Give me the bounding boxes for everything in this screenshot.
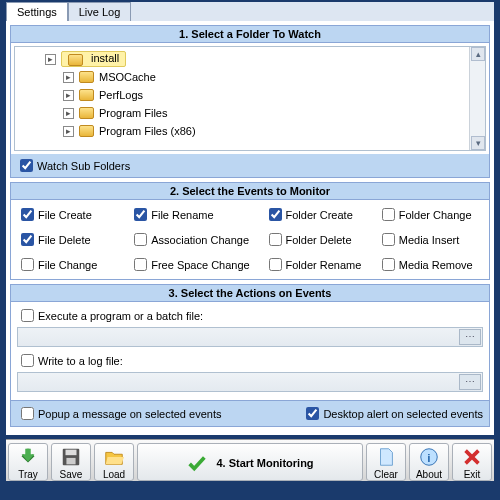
check-icon: [186, 452, 208, 474]
writelog-path-input[interactable]: ⋯: [17, 372, 483, 392]
tree-item[interactable]: ▸Program Files (x86): [23, 122, 482, 140]
exit-button[interactable]: Exit: [452, 443, 492, 481]
svg-rect-1: [66, 450, 77, 456]
tree-item[interactable]: ▸ install: [23, 50, 482, 68]
tree-label: Program Files (x86): [99, 125, 196, 137]
load-button[interactable]: Load: [94, 443, 134, 481]
chk-popup-message[interactable]: Popup a message on selected events: [17, 404, 221, 423]
scroll-up-icon[interactable]: ▴: [471, 47, 485, 61]
tree-label: MSOCache: [99, 71, 156, 83]
svg-text:i: i: [428, 453, 431, 464]
folder-icon: [79, 107, 94, 119]
execute-label: Execute a program or a batch file:: [38, 310, 203, 322]
expand-icon[interactable]: ▸: [45, 54, 56, 65]
chk-folder-create[interactable]: Folder Create: [265, 205, 370, 224]
watch-sub-checkbox[interactable]: [20, 159, 33, 172]
watch-sub-row: Watch Sub Folders: [11, 154, 489, 177]
section-actions: 3. Select the Actions on Events Execute …: [10, 284, 490, 427]
expand-icon[interactable]: ▸: [63, 72, 74, 83]
chk-folder-rename[interactable]: Folder Rename: [265, 255, 370, 274]
chk-media-insert[interactable]: Media Insert: [378, 230, 483, 249]
execute-browse-button[interactable]: ⋯: [459, 329, 481, 345]
tree-label: Program Files: [99, 107, 167, 119]
chk-media-remove[interactable]: Media Remove: [378, 255, 483, 274]
chk-file-delete[interactable]: File Delete: [17, 230, 122, 249]
page-icon: [375, 446, 397, 468]
section3-title: 3. Select the Actions on Events: [11, 285, 489, 302]
expand-icon[interactable]: ▸: [63, 90, 74, 101]
tray-arrow-icon: [17, 446, 39, 468]
expand-icon[interactable]: ▸: [63, 108, 74, 119]
floppy-icon: [60, 446, 82, 468]
chk-association-change[interactable]: Association Change: [130, 230, 256, 249]
bottom-toolbar: Tray Save Load 4. Start Monitoring Clear…: [6, 439, 494, 481]
folder-open-icon: [103, 446, 125, 468]
tree-highlight: install: [61, 51, 126, 66]
folder-icon: [79, 71, 94, 83]
watch-sub-label: Watch Sub Folders: [37, 160, 130, 172]
section-folder-watch: 1. Select a Folder To Watch ▸ install ▸M…: [10, 25, 490, 178]
scroll-down-icon[interactable]: ▾: [471, 136, 485, 150]
section-events: 2. Select the Events to Monitor File Cre…: [10, 182, 490, 280]
start-monitoring-button[interactable]: 4. Start Monitoring: [137, 443, 363, 481]
execute-row: Execute a program or a batch file:: [17, 306, 483, 325]
info-icon: i: [418, 446, 440, 468]
about-button[interactable]: i About: [409, 443, 449, 481]
folder-icon: [79, 89, 94, 101]
execute-checkbox[interactable]: [21, 309, 34, 322]
folder-icon: [79, 125, 94, 137]
tree-scrollbar[interactable]: ▴ ▾: [469, 47, 485, 150]
folder-icon: [68, 54, 83, 66]
execute-path-input[interactable]: ⋯: [17, 327, 483, 347]
tree-label: PerfLogs: [99, 89, 143, 101]
tab-live-log[interactable]: Live Log: [68, 2, 132, 21]
chk-file-change[interactable]: File Change: [17, 255, 122, 274]
writelog-checkbox[interactable]: [21, 354, 34, 367]
chk-desktop-alert[interactable]: Desktop alert on selected events: [302, 404, 483, 423]
svg-rect-2: [66, 458, 75, 464]
tree-item[interactable]: ▸Program Files: [23, 104, 482, 122]
writelog-browse-button[interactable]: ⋯: [459, 374, 481, 390]
tree-label: install: [91, 52, 119, 64]
section1-title: 1. Select a Folder To Watch: [11, 26, 489, 43]
tray-button[interactable]: Tray: [8, 443, 48, 481]
close-x-icon: [461, 446, 483, 468]
chk-folder-delete[interactable]: Folder Delete: [265, 230, 370, 249]
save-button[interactable]: Save: [51, 443, 91, 481]
writelog-label: Write to a log file:: [38, 355, 123, 367]
chk-file-create[interactable]: File Create: [17, 205, 122, 224]
tab-strip: Settings Live Log: [6, 2, 494, 21]
tree-item[interactable]: ▸PerfLogs: [23, 86, 482, 104]
chk-free-space-change[interactable]: Free Space Change: [130, 255, 256, 274]
folder-tree[interactable]: ▸ install ▸MSOCache ▸PerfLogs ▸Program F…: [14, 46, 486, 151]
chk-file-rename[interactable]: File Rename: [130, 205, 256, 224]
clear-button[interactable]: Clear: [366, 443, 406, 481]
section2-title: 2. Select the Events to Monitor: [11, 183, 489, 200]
tree-item[interactable]: ▸MSOCache: [23, 68, 482, 86]
writelog-row: Write to a log file:: [17, 351, 483, 370]
expand-icon[interactable]: ▸: [63, 126, 74, 137]
chk-folder-change[interactable]: Folder Change: [378, 205, 483, 224]
tab-settings[interactable]: Settings: [6, 2, 68, 21]
